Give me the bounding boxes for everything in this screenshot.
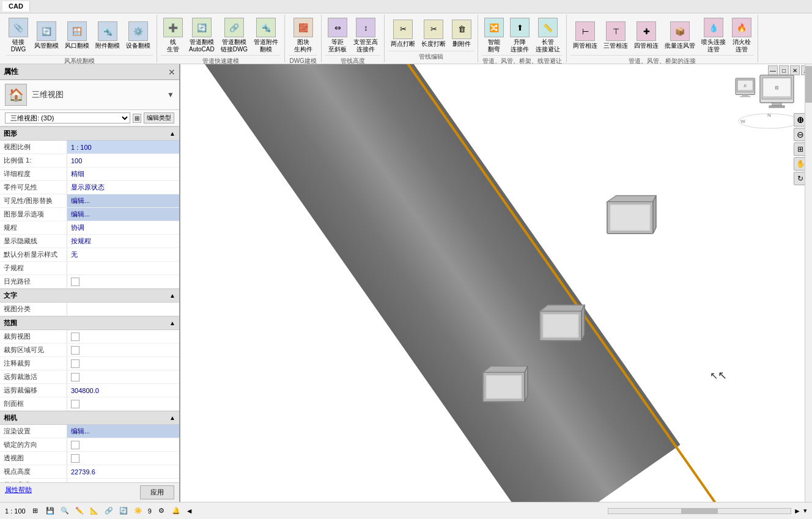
props-value-sunpath[interactable] [67,275,179,288]
svg-text:W: W [740,119,745,124]
props-value-eye-height[interactable]: 22739.6 [67,465,179,478]
props-view-arrow[interactable]: ▼ [167,90,174,99]
canvas-vertical-scrollbar[interactable] [805,64,812,502]
props-help-link[interactable]: 属性帮助 [5,485,32,499]
props-value-render-settings[interactable]: 编辑... [67,425,179,438]
ribbon-group-btns-pipe-height: ⇔ 等距至斜板 ↕ 支管至高连接件 [325,16,380,55]
pipe-gen-btn[interactable]: ➕ 线生管 [161,16,185,55]
props-section-camera[interactable]: 相机 ▲ [0,411,179,425]
len-break-btn[interactable]: ✂ 长度打断 [419,18,448,50]
props-value-scale-val[interactable]: 100 [67,154,179,167]
cad-link-btn[interactable]: 📎 链接DWG [6,16,31,55]
props-value-discipline[interactable]: 协调 [67,221,179,234]
pipe-flip-auto-btn[interactable]: 🔄 管道翻模AutoCAD [186,16,217,55]
props-row-vis-replace: 可见性/图形替换 编辑... [0,194,179,208]
statusbar-magnify-icon[interactable]: 🔍 [60,506,70,516]
ribbon-tab-cad[interactable]: CAD [2,1,30,12]
batch-duct-btn[interactable]: 📦 批量连风管 [662,20,698,51]
props-value-subdiscipline[interactable] [67,262,179,274]
props-value-view-category[interactable] [67,303,179,315]
clip-view-checkbox[interactable] [71,333,79,341]
props-value-hidden-lines[interactable]: 按规程 [67,235,179,248]
four-pipe-connect-btn[interactable]: ✚ 四管相连 [632,20,661,51]
three-pipe-connect-btn[interactable]: ⊤ 三管相连 [601,20,630,51]
del-attach-btn[interactable]: 🗑 删附件 [449,18,474,50]
perspective-checkbox[interactable] [71,454,79,463]
props-label-discipline: 规程 [0,221,67,234]
annotation-clip-checkbox[interactable] [71,359,79,368]
lock-dir-checkbox[interactable] [71,441,79,449]
ribbon-group-pipe-height: ⇔ 等距至斜板 ↕ 支管至高连接件 管线高度 [322,15,385,62]
svg-marker-25 [581,305,585,340]
props-value-clip-region[interactable] [67,344,179,356]
props-value-analysis-style[interactable]: 无 [67,248,179,261]
fire-connect-btn[interactable]: 🔥 消火栓连管 [729,16,754,55]
statusbar-chain-icon[interactable]: 🔗 [104,506,114,516]
props-value-detail[interactable]: 精细 [67,167,179,180]
pipe-attach-btn[interactable]: 🔩 管道附件翻模 [251,16,281,55]
statusbar-refresh-icon[interactable]: 🔄 [119,506,128,516]
props-row-annotation-clip: 注释裁剪 [0,357,179,370]
support-height-btn[interactable]: ↕ 支管至高连接件 [351,16,380,55]
equal-dist-btn[interactable]: ⇔ 等距至斜板 [325,16,350,55]
pipe-flip-dwg-icon: 🔗 [224,18,244,37]
block-struct-btn[interactable]: 🧱 图块生构件 [291,16,316,55]
clip-region-checkbox[interactable] [71,346,79,355]
props-row-lock-dir: 锁定的方向 [0,438,179,452]
statusbar-horizontal-scrollbar[interactable] [608,508,791,514]
ribbon-group-avoid: 🔀 智能翻弯 ⬆ 升降连接件 📏 长管连接避让 管道、风管、桥架、线管避让 [478,15,567,62]
props-view-row: 🏠 三维视图 ▼ [0,80,179,110]
canvas-vscroll-thumb[interactable] [805,66,812,103]
props-label-hidden-lines: 显示隐藏线 [0,235,67,248]
props-view-select[interactable]: 三维视图: (3D) [5,112,130,123]
props-value-scale[interactable]: 1 : 100 [67,141,179,153]
duct-flip-btn[interactable]: 🔄 风管翻模 [32,20,61,51]
canvas-area[interactable]: — □ ✕ ▲ [180,64,812,502]
props-row-view-category: 视图分类 [0,303,179,316]
props-value-clip-view[interactable] [67,330,179,343]
section-box-checkbox[interactable] [71,400,79,408]
props-section-text[interactable]: 文字 ▲ [0,289,179,303]
sunpath-checkbox[interactable] [71,278,79,286]
statusbar-pen-icon[interactable]: ✏️ [75,506,84,516]
statusbar-save-icon[interactable]: 💾 [45,506,55,516]
long-pipe-btn[interactable]: 📏 长管连接避让 [533,16,563,55]
ribbon-group-label-pipe-edit: 管线编辑 [388,51,474,61]
far-clip-checkbox[interactable] [71,373,79,381]
equip-item-3[interactable] [480,364,529,407]
props-value-annotation-clip[interactable] [67,357,179,370]
statusbar-sun-icon[interactable]: ☀️ [133,506,143,516]
props-value-far-clip[interactable] [67,370,179,383]
two-pt-break-btn[interactable]: ✂ 两点打断 [388,18,418,50]
svg-rect-28 [486,375,522,399]
statusbar-right-arrow[interactable]: ► [794,507,801,515]
lift-connector-btn[interactable]: ⬆ 升降连接件 [508,16,532,55]
props-value-vis-replace[interactable]: 编辑... [67,194,179,207]
statusbar-extra-icon[interactable]: 🔔 [171,506,181,516]
statusbar-grid-icon[interactable]: ⊞ [31,506,40,516]
window-flip-btn[interactable]: 🪟 风口翻模 [62,20,92,51]
pipe-flip-dwg-btn[interactable]: 🔗 管道翻模链接DWG [218,16,250,55]
props-value-graphic-display[interactable]: 编辑... [67,208,179,221]
statusbar-settings-icon[interactable]: ⚙ [157,506,166,516]
props-label-subdiscipline: 子规程 [0,262,67,274]
statusbar-ruler-icon[interactable]: 📐 [89,506,99,516]
two-pipe-connect-btn[interactable]: ⊢ 两管相连 [570,20,600,51]
equip-item-2[interactable] [537,303,586,346]
props-section-range[interactable]: 范围 ▲ [0,316,179,330]
props-close-btn[interactable]: ✕ [168,67,175,77]
props-value-far-clip-offset[interactable]: 304800.0 [67,384,179,397]
equip-item-1[interactable] [604,193,659,240]
attach-flip-btn[interactable]: 🔩 附件翻模 [93,20,122,51]
smart-avoid-btn[interactable]: 🔀 智能翻弯 [482,16,506,55]
props-value-lock-dir[interactable] [67,438,179,451]
equip-flip-btn[interactable]: ⚙️ 设备翻模 [124,20,153,51]
props-value-part-vis[interactable]: 显示原状态 [67,181,179,194]
props-section-graphics[interactable]: 图形 ▲ [0,127,179,141]
statusbar-more[interactable]: ▾ [803,507,807,515]
props-apply-btn[interactable]: 应用 [140,485,174,499]
props-value-perspective[interactable] [67,452,179,465]
spray-connect-btn[interactable]: 💧 喷头连接连管 [699,16,728,55]
props-edit-type-btn[interactable]: 编辑类型 [144,112,174,123]
props-value-section-box[interactable] [67,397,179,410]
